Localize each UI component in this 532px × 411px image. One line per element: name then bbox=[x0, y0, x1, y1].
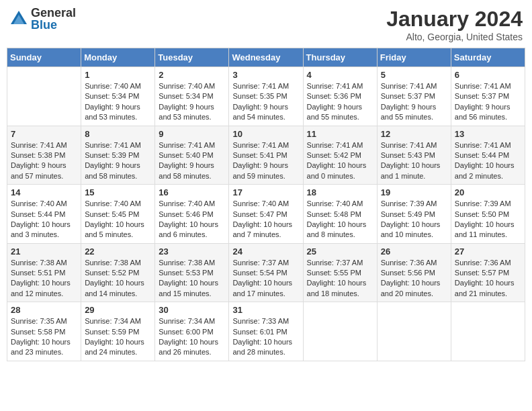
day-number: 15 bbox=[85, 187, 151, 197]
location: Alto, Georgia, United States bbox=[386, 32, 523, 42]
calendar-cell: 16Sunrise: 7:40 AMSunset: 5:46 PMDayligh… bbox=[155, 185, 229, 244]
calendar-cell: 21Sunrise: 7:38 AMSunset: 5:51 PMDayligh… bbox=[7, 243, 81, 302]
day-info: Sunrise: 7:33 AMSunset: 6:01 PMDaylight:… bbox=[232, 316, 299, 358]
calendar-cell: 9Sunrise: 7:41 AMSunset: 5:40 PMDaylight… bbox=[155, 126, 229, 185]
day-number: 5 bbox=[381, 70, 447, 80]
calendar-cell: 6Sunrise: 7:41 AMSunset: 5:37 PMDaylight… bbox=[451, 67, 525, 126]
calendar-cell: 7Sunrise: 7:41 AMSunset: 5:38 PMDaylight… bbox=[7, 126, 81, 185]
day-number: 9 bbox=[159, 129, 225, 139]
calendar-cell: 14Sunrise: 7:40 AMSunset: 5:44 PMDayligh… bbox=[7, 185, 81, 244]
day-number: 25 bbox=[307, 246, 373, 257]
day-number: 18 bbox=[307, 187, 373, 197]
calendar-cell: 15Sunrise: 7:40 AMSunset: 5:45 PMDayligh… bbox=[81, 185, 155, 244]
day-number: 6 bbox=[455, 70, 521, 80]
weekday-header-thursday: Thursday bbox=[303, 48, 377, 67]
calendar-cell: 24Sunrise: 7:37 AMSunset: 5:54 PMDayligh… bbox=[229, 243, 303, 302]
day-number: 4 bbox=[307, 70, 373, 80]
day-info: Sunrise: 7:41 AMSunset: 5:35 PMDaylight:… bbox=[232, 81, 299, 123]
day-info: Sunrise: 7:40 AMSunset: 5:47 PMDaylight:… bbox=[232, 199, 299, 240]
calendar-table: SundayMondayTuesdayWednesdayThursdayFrid… bbox=[7, 48, 525, 361]
calendar-cell: 31Sunrise: 7:33 AMSunset: 6:01 PMDayligh… bbox=[229, 302, 303, 361]
day-number: 16 bbox=[159, 187, 225, 197]
calendar-cell: 3Sunrise: 7:41 AMSunset: 5:35 PMDaylight… bbox=[229, 67, 303, 126]
calendar-cell: 29Sunrise: 7:34 AMSunset: 5:59 PMDayligh… bbox=[81, 302, 155, 361]
weekday-header-monday: Monday bbox=[81, 48, 155, 67]
day-info: Sunrise: 7:35 AMSunset: 5:58 PMDaylight:… bbox=[11, 316, 77, 358]
day-number: 8 bbox=[85, 129, 151, 139]
month-title: January 2024 bbox=[386, 7, 523, 32]
day-info: Sunrise: 7:34 AMSunset: 6:00 PMDaylight:… bbox=[159, 316, 225, 358]
day-info: Sunrise: 7:41 AMSunset: 5:38 PMDaylight:… bbox=[11, 140, 77, 182]
day-info: Sunrise: 7:38 AMSunset: 5:51 PMDaylight:… bbox=[11, 258, 77, 300]
calendar-week-3: 14Sunrise: 7:40 AMSunset: 5:44 PMDayligh… bbox=[7, 185, 525, 244]
page-header: General Blue January 2024 Alto, Georgia,… bbox=[7, 7, 525, 42]
day-info: Sunrise: 7:38 AMSunset: 5:52 PMDaylight:… bbox=[85, 258, 151, 300]
day-info: Sunrise: 7:38 AMSunset: 5:53 PMDaylight:… bbox=[159, 258, 225, 300]
day-number: 17 bbox=[232, 187, 299, 197]
logo-text: General Blue bbox=[31, 7, 76, 31]
day-info: Sunrise: 7:41 AMSunset: 5:36 PMDaylight:… bbox=[307, 81, 373, 123]
day-info: Sunrise: 7:40 AMSunset: 5:44 PMDaylight:… bbox=[11, 199, 77, 240]
calendar-cell: 19Sunrise: 7:39 AMSunset: 5:49 PMDayligh… bbox=[377, 185, 451, 244]
weekday-header-friday: Friday bbox=[377, 48, 451, 67]
day-info: Sunrise: 7:36 AMSunset: 5:56 PMDaylight:… bbox=[381, 258, 447, 300]
day-info: Sunrise: 7:40 AMSunset: 5:48 PMDaylight:… bbox=[307, 199, 373, 240]
day-info: Sunrise: 7:41 AMSunset: 5:37 PMDaylight:… bbox=[381, 81, 447, 123]
day-number: 31 bbox=[232, 305, 299, 315]
day-number: 19 bbox=[381, 187, 447, 197]
weekday-header-row: SundayMondayTuesdayWednesdayThursdayFrid… bbox=[7, 48, 525, 67]
day-info: Sunrise: 7:36 AMSunset: 5:57 PMDaylight:… bbox=[455, 258, 521, 300]
calendar-cell: 4Sunrise: 7:41 AMSunset: 5:36 PMDaylight… bbox=[303, 67, 377, 126]
day-info: Sunrise: 7:39 AMSunset: 5:50 PMDaylight:… bbox=[455, 199, 521, 240]
calendar-cell: 18Sunrise: 7:40 AMSunset: 5:48 PMDayligh… bbox=[303, 185, 377, 244]
calendar-cell: 17Sunrise: 7:40 AMSunset: 5:47 PMDayligh… bbox=[229, 185, 303, 244]
calendar-cell: 1Sunrise: 7:40 AMSunset: 5:34 PMDaylight… bbox=[81, 67, 155, 126]
day-number: 13 bbox=[455, 129, 521, 139]
day-number: 3 bbox=[232, 70, 299, 80]
day-number: 24 bbox=[232, 246, 299, 257]
day-number: 20 bbox=[455, 187, 521, 197]
day-info: Sunrise: 7:41 AMSunset: 5:39 PMDaylight:… bbox=[85, 140, 151, 182]
day-info: Sunrise: 7:41 AMSunset: 5:37 PMDaylight:… bbox=[455, 81, 521, 123]
day-info: Sunrise: 7:39 AMSunset: 5:49 PMDaylight:… bbox=[381, 199, 447, 240]
calendar-cell: 11Sunrise: 7:41 AMSunset: 5:42 PMDayligh… bbox=[303, 126, 377, 185]
calendar-cell bbox=[7, 67, 81, 126]
logo-icon bbox=[9, 9, 28, 28]
calendar-cell: 20Sunrise: 7:39 AMSunset: 5:50 PMDayligh… bbox=[451, 185, 525, 244]
calendar-cell: 12Sunrise: 7:41 AMSunset: 5:43 PMDayligh… bbox=[377, 126, 451, 185]
logo-general: General bbox=[31, 7, 76, 19]
weekday-header-saturday: Saturday bbox=[451, 48, 525, 67]
day-info: Sunrise: 7:41 AMSunset: 5:42 PMDaylight:… bbox=[307, 140, 373, 182]
day-number: 23 bbox=[159, 246, 225, 257]
day-info: Sunrise: 7:40 AMSunset: 5:46 PMDaylight:… bbox=[159, 199, 225, 240]
calendar-cell: 25Sunrise: 7:37 AMSunset: 5:55 PMDayligh… bbox=[303, 243, 377, 302]
calendar-cell: 5Sunrise: 7:41 AMSunset: 5:37 PMDaylight… bbox=[377, 67, 451, 126]
calendar-cell bbox=[303, 302, 377, 361]
weekday-header-wednesday: Wednesday bbox=[229, 48, 303, 67]
day-info: Sunrise: 7:41 AMSunset: 5:41 PMDaylight:… bbox=[232, 140, 299, 182]
day-info: Sunrise: 7:37 AMSunset: 5:55 PMDaylight:… bbox=[307, 258, 373, 300]
day-number: 1 bbox=[85, 70, 151, 80]
calendar-cell: 23Sunrise: 7:38 AMSunset: 5:53 PMDayligh… bbox=[155, 243, 229, 302]
calendar-week-2: 7Sunrise: 7:41 AMSunset: 5:38 PMDaylight… bbox=[7, 126, 525, 185]
calendar-week-4: 21Sunrise: 7:38 AMSunset: 5:51 PMDayligh… bbox=[7, 243, 525, 302]
logo: General Blue bbox=[9, 7, 76, 31]
day-info: Sunrise: 7:41 AMSunset: 5:44 PMDaylight:… bbox=[455, 140, 521, 182]
day-number: 22 bbox=[85, 246, 151, 257]
day-number: 28 bbox=[11, 305, 77, 315]
calendar-cell: 8Sunrise: 7:41 AMSunset: 5:39 PMDaylight… bbox=[81, 126, 155, 185]
day-info: Sunrise: 7:41 AMSunset: 5:40 PMDaylight:… bbox=[159, 140, 225, 182]
day-number: 7 bbox=[11, 129, 77, 139]
calendar-cell: 22Sunrise: 7:38 AMSunset: 5:52 PMDayligh… bbox=[81, 243, 155, 302]
day-info: Sunrise: 7:34 AMSunset: 5:59 PMDaylight:… bbox=[85, 316, 151, 358]
calendar-cell: 26Sunrise: 7:36 AMSunset: 5:56 PMDayligh… bbox=[377, 243, 451, 302]
day-number: 30 bbox=[159, 305, 225, 315]
calendar-cell: 10Sunrise: 7:41 AMSunset: 5:41 PMDayligh… bbox=[229, 126, 303, 185]
calendar-cell bbox=[377, 302, 451, 361]
weekday-header-tuesday: Tuesday bbox=[155, 48, 229, 67]
calendar-week-1: 1Sunrise: 7:40 AMSunset: 5:34 PMDaylight… bbox=[7, 67, 525, 126]
day-number: 14 bbox=[11, 187, 77, 197]
day-info: Sunrise: 7:37 AMSunset: 5:54 PMDaylight:… bbox=[232, 258, 299, 300]
day-number: 10 bbox=[232, 129, 299, 139]
weekday-header-sunday: Sunday bbox=[7, 48, 81, 67]
